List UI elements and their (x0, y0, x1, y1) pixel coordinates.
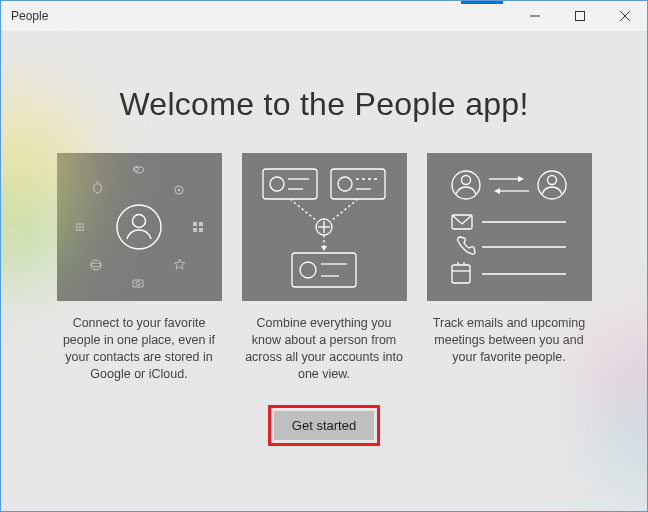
svg-marker-51 (518, 176, 524, 182)
cloud-icon (132, 163, 144, 175)
svg-point-9 (178, 189, 181, 192)
svg-point-25 (79, 229, 81, 231)
person-circle-icon (115, 203, 163, 251)
sphere-icon (90, 259, 102, 271)
svg-point-23 (82, 226, 84, 228)
card-caption: Track emails and upcoming meetings betwe… (427, 315, 592, 366)
ring-icon (174, 185, 184, 195)
svg-point-18 (76, 223, 78, 225)
svg-point-43 (300, 262, 316, 278)
tile-track (427, 153, 592, 301)
connect-illustration (64, 157, 214, 297)
page-title: Welcome to the People app! (1, 31, 647, 123)
maximize-button[interactable] (557, 1, 602, 31)
tile-connect (57, 153, 222, 301)
svg-point-49 (548, 176, 557, 185)
highlight-box: Get started (268, 405, 380, 446)
svg-point-28 (270, 177, 284, 191)
svg-point-16 (91, 260, 101, 270)
svg-marker-53 (494, 188, 500, 194)
svg-point-19 (79, 223, 81, 225)
svg-rect-27 (263, 169, 317, 199)
cards-row: Connect to your favorite people in one p… (1, 153, 647, 383)
window-title: People (1, 9, 512, 23)
svg-rect-31 (331, 169, 385, 199)
svg-point-20 (82, 223, 84, 225)
maximize-icon (575, 11, 585, 21)
svg-line-35 (290, 199, 317, 221)
svg-rect-11 (199, 222, 203, 226)
svg-point-22 (79, 226, 81, 228)
content-area: Welcome to the People app! (1, 31, 647, 512)
svg-rect-57 (452, 265, 470, 283)
svg-marker-41 (321, 246, 327, 251)
close-icon (620, 11, 630, 21)
svg-point-5 (133, 215, 146, 228)
card-caption: Combine everything you know about a pers… (242, 315, 407, 383)
svg-point-15 (136, 282, 140, 286)
svg-point-24 (76, 229, 78, 231)
minimize-icon (530, 11, 540, 21)
tile-combine (242, 153, 407, 301)
svg-point-26 (82, 229, 84, 231)
svg-rect-10 (193, 222, 197, 226)
get-started-button[interactable]: Get started (274, 411, 374, 440)
svg-point-32 (338, 177, 352, 191)
windows-icon (192, 221, 204, 233)
titlebar: People (1, 1, 647, 31)
window-controls (512, 1, 647, 31)
svg-rect-1 (575, 12, 584, 21)
svg-point-17 (91, 263, 101, 267)
card-combine: Combine everything you know about a pers… (242, 153, 407, 383)
card-connect: Connect to your favorite people in one p… (57, 153, 222, 383)
grid-icon (74, 221, 86, 233)
svg-rect-13 (199, 228, 203, 232)
svg-rect-12 (193, 228, 197, 232)
svg-rect-42 (292, 253, 356, 287)
svg-point-47 (462, 176, 471, 185)
apple-icon (92, 181, 103, 194)
combine-illustration (249, 157, 399, 297)
svg-point-6 (135, 167, 144, 173)
track-illustration (434, 157, 584, 297)
tab-accent (461, 1, 503, 4)
svg-line-36 (331, 199, 358, 221)
camera-icon (132, 277, 144, 289)
minimize-button[interactable] (512, 1, 557, 31)
close-button[interactable] (602, 1, 647, 31)
star-icon (174, 259, 185, 270)
svg-point-21 (76, 226, 78, 228)
card-caption: Connect to your favorite people in one p… (57, 315, 222, 383)
cta-wrap: Get started (1, 405, 647, 446)
card-track: Track emails and upcoming meetings betwe… (427, 153, 592, 383)
